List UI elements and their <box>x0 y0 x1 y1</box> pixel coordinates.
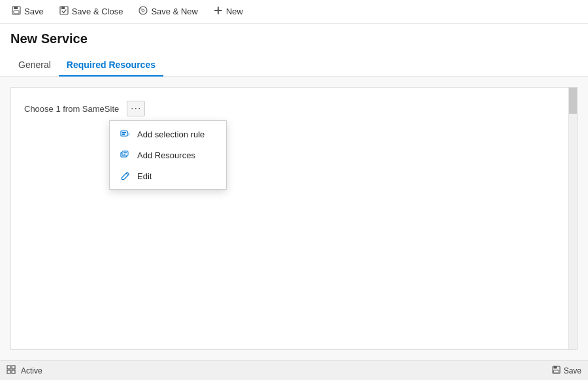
add-selection-rule-label: Add selection rule <box>137 130 204 139</box>
status-left: Active <box>7 365 42 376</box>
svg-rect-4 <box>61 7 65 9</box>
svg-rect-18 <box>12 370 15 373</box>
add-resources-icon <box>120 150 131 160</box>
status-bar: Active Save <box>0 360 588 380</box>
toolbar: Save Save & Close Save & New <box>0 0 588 24</box>
status-save-button[interactable]: Save <box>552 366 581 376</box>
save-close-label: Save & Close <box>72 7 123 16</box>
svg-rect-9 <box>122 132 126 133</box>
more-options-button[interactable]: ··· <box>127 101 145 116</box>
svg-rect-13 <box>123 152 127 153</box>
save-close-button[interactable]: Save & Close <box>53 3 130 20</box>
save-icon <box>12 6 21 17</box>
page-title: New Service <box>10 31 578 46</box>
resource-row: Choose 1 from SameSite ··· <box>24 101 556 116</box>
svg-rect-20 <box>553 366 557 369</box>
save-new-button[interactable]: Save & New <box>132 3 204 20</box>
svg-rect-10 <box>122 134 125 135</box>
svg-point-5 <box>139 7 147 14</box>
new-button[interactable]: New <box>207 3 250 20</box>
svg-rect-14 <box>123 154 125 155</box>
save-label: Save <box>24 7 44 16</box>
status-right: Save <box>552 366 581 376</box>
save-new-label: Save & New <box>151 7 198 16</box>
tab-required-resources[interactable]: Required Resources <box>59 54 163 77</box>
selection-rule-icon <box>120 129 131 139</box>
save-new-icon <box>139 6 148 17</box>
status-text: Active <box>21 366 42 375</box>
save-close-icon <box>59 6 69 17</box>
save-button[interactable]: Save <box>5 3 50 20</box>
main-content: Choose 1 from SameSite ··· <box>0 77 588 360</box>
add-resources-label: Add Resources <box>137 150 195 160</box>
svg-rect-16 <box>12 366 15 369</box>
edit-item[interactable]: Edit <box>110 165 226 186</box>
svg-rect-1 <box>14 7 18 9</box>
content-inner: Choose 1 from SameSite ··· <box>11 88 577 130</box>
svg-rect-8 <box>121 131 127 136</box>
resource-label: Choose 1 from SameSite <box>24 104 119 114</box>
svg-rect-17 <box>7 370 10 373</box>
svg-rect-2 <box>14 10 19 14</box>
status-save-icon <box>552 366 561 376</box>
add-resources-item[interactable]: Add Resources <box>110 145 226 165</box>
status-save-label: Save <box>564 366 581 375</box>
edit-label: Edit <box>137 171 152 181</box>
status-expand-icon[interactable] <box>7 365 16 376</box>
scrollbar-thumb[interactable] <box>569 88 577 114</box>
more-options-icon: ··· <box>131 103 141 114</box>
svg-rect-21 <box>553 370 559 373</box>
edit-icon <box>120 171 131 181</box>
dropdown-menu: Add selection rule Add Resources <box>109 120 227 190</box>
tab-general[interactable]: General <box>10 54 59 77</box>
svg-rect-12 <box>122 151 128 156</box>
content-panel: Choose 1 from SameSite ··· <box>10 87 578 350</box>
add-selection-rule-item[interactable]: Add selection rule <box>110 124 226 145</box>
new-icon <box>214 6 223 17</box>
svg-rect-15 <box>7 366 10 369</box>
new-label: New <box>226 7 243 16</box>
tabs-bar: General Required Resources <box>0 54 588 77</box>
page-header: New Service <box>0 24 588 54</box>
